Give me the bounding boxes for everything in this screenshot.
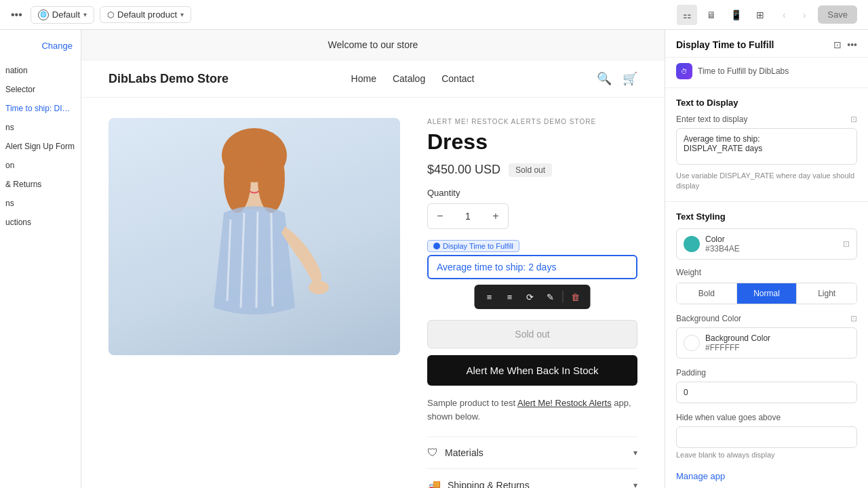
store-banner: Welcome to our store: [81, 30, 665, 60]
default-dropdown[interactable]: 🌐 Default ▾: [31, 6, 94, 24]
sidebar-item-time-to-ship[interactable]: Time to ship: DISPL...: [0, 100, 81, 117]
qty-plus-btn[interactable]: +: [484, 204, 508, 228]
nav-link-catalog[interactable]: Catalog: [393, 73, 425, 84]
toolbar-delete-btn[interactable]: 🗑: [566, 287, 585, 306]
bg-color-row[interactable]: Background Color #FFFFFF: [676, 327, 857, 359]
fulfill-widget-wrapper: Display Time to Fulfill Average time to …: [427, 240, 637, 279]
text-to-display-section: Text to Display Enter text to display ⊡ …: [665, 88, 868, 202]
color-row-left: Color #33B4AE: [684, 235, 740, 253]
text-styling-section: Text Styling Color #33B4AE ⊡ Weight Bo: [665, 202, 868, 488]
padding-input[interactable]: [676, 382, 857, 403]
padding-label: Padding: [676, 368, 857, 378]
back-arrow: ‹: [774, 5, 793, 24]
color-row[interactable]: Color #33B4AE ⊡: [676, 228, 857, 260]
toolbar-icon-btn-1[interactable]: ⚏: [677, 5, 697, 25]
color-info: Color #33B4AE: [705, 235, 740, 253]
toolbar-divider: [563, 291, 564, 303]
fulfill-text: Average time to ship: 2 days: [437, 262, 556, 272]
hide-label: Hide when value goes above: [676, 413, 857, 422]
accordion-shipping[interactable]: 🚚 Shipping & Returns ▾: [427, 469, 637, 488]
bg-color-label-row: Background Color ⊡: [676, 314, 857, 323]
sidebar-item-nation[interactable]: nation: [0, 62, 81, 79]
content-icon[interactable]: ⊡: [833, 39, 842, 50]
nav-link-contact[interactable]: Contact: [441, 73, 474, 84]
svg-point-8: [309, 281, 329, 294]
right-panel: Display Time to Fulfill ⊡ ••• ⏱ Time to …: [665, 30, 868, 488]
bg-color-value: #FFFFFF: [705, 343, 850, 352]
store-nav: DibLabs Demo Store Home Catalog Contact …: [81, 60, 665, 98]
bg-color-swatch: [684, 335, 700, 351]
sidebar-item-ns2[interactable]: ns: [0, 195, 81, 212]
sold-out-button: Sold out: [427, 320, 637, 348]
fulfill-toolbar: ≡ ≡ ⟳ ✎ 🗑: [475, 285, 591, 309]
sidebar-item-returns[interactable]: & Returns: [0, 176, 81, 193]
accordion-materials[interactable]: 🛡 Materials ▾: [427, 437, 637, 469]
default-product-dropdown[interactable]: ⬡ Default product ▾: [100, 6, 191, 23]
toolbar-icon-btn-4[interactable]: ⊞: [750, 5, 770, 25]
store-nav-links: Home Catalog Contact: [351, 73, 475, 84]
weight-light-btn[interactable]: Light: [797, 283, 856, 304]
more-icon[interactable]: •••: [847, 39, 857, 50]
accordion-shipping-left: 🚚 Shipping & Returns: [427, 479, 530, 488]
sidebar-item-selector[interactable]: Selector: [0, 81, 81, 98]
product-details: ALERT ME! RESTOCK ALERTS DEMO STORE Dres…: [427, 118, 637, 488]
svg-point-2: [224, 145, 251, 213]
padding-section: Padding: [676, 368, 857, 403]
toolbar-icon-btn-3[interactable]: 📱: [726, 5, 746, 25]
svg-point-3: [258, 145, 285, 213]
manage-app-link[interactable]: Manage app: [676, 471, 725, 481]
top-bar-left: ••• 🌐 Default ▾ ⬡ Default product ▾: [11, 6, 191, 24]
chevron-down-icon-2: ▾: [180, 11, 184, 18]
right-panel-header: Display Time to Fulfill ⊡ •••: [665, 30, 868, 58]
bg-color-name: Background Color: [705, 333, 850, 343]
hide-input[interactable]: [676, 426, 857, 448]
cart-icon[interactable]: 🛒: [623, 71, 637, 86]
materials-label: Materials: [445, 447, 484, 458]
save-button[interactable]: Save: [818, 5, 857, 24]
sidebar-item-on[interactable]: on: [0, 157, 81, 174]
fulfill-text-box[interactable]: Average time to ship: 2 days: [427, 255, 637, 279]
svg-line-6: [256, 211, 258, 308]
color-swatch: [684, 236, 700, 252]
right-panel-app-row: ⏱ Time to Fulfill by DibLabs: [665, 58, 868, 88]
sidebar-item-alert-sign-up[interactable]: Alert Sign Up Form: [0, 138, 81, 155]
toolbar-icon-btn-2[interactable]: 🖥: [701, 5, 722, 25]
hide-section: Hide when value goes above Leave blank t…: [676, 413, 857, 459]
toolbar-align-center-btn[interactable]: ≡: [500, 287, 519, 306]
toolbar-align-left-btn[interactable]: ≡: [480, 287, 499, 306]
nav-link-home[interactable]: Home: [351, 73, 376, 84]
bg-color-label: Background Color: [676, 314, 741, 323]
sidebar-item-ns[interactable]: ns: [0, 119, 81, 136]
materials-chevron: ▾: [633, 448, 637, 458]
qty-minus-btn[interactable]: −: [428, 204, 452, 228]
toolbar-repeat-btn[interactable]: ⟳: [521, 287, 540, 306]
text-styling-title: Text Styling: [676, 211, 857, 222]
toolbar-edit-btn[interactable]: ✎: [541, 287, 560, 306]
right-panel-title: Display Time to Fulfill: [676, 39, 774, 50]
nav-arrows: ‹ ›: [774, 5, 814, 24]
dots-icon: •••: [11, 9, 22, 21]
alert-me-link[interactable]: Alert Me! Restock Alerts: [517, 398, 612, 408]
sidebar-items: nation Selector Time to ship: DISPL... n…: [0, 62, 81, 231]
color-value: #33B4AE: [705, 244, 740, 253]
product-title: Dress: [427, 129, 637, 155]
weight-bold-btn[interactable]: Bold: [677, 283, 737, 304]
sample-text: Sample product to test Alert Me! Restock…: [427, 396, 637, 423]
sidebar-item-uctions[interactable]: uctions: [0, 214, 81, 231]
quantity-row: − 1 +: [427, 203, 509, 229]
text-display-input[interactable]: Average time to ship: DISPLAY_RATE days: [676, 128, 857, 165]
default-label: Default: [52, 9, 80, 20]
shipping-chevron: ▾: [633, 481, 637, 489]
color-label: Color: [705, 235, 740, 244]
change-button[interactable]: Change: [0, 37, 81, 55]
text-to-display-title: Text to Display: [676, 98, 857, 108]
search-icon[interactable]: 🔍: [597, 71, 612, 86]
bg-color-info: Background Color #FFFFFF: [705, 333, 850, 352]
alert-me-button[interactable]: Alert Me When Back In Stock: [427, 355, 637, 386]
product-section: ALERT ME! RESTOCK ALERTS DEMO STORE Dres…: [81, 98, 665, 488]
forward-arrow: ›: [795, 5, 814, 24]
weight-normal-btn[interactable]: Normal: [737, 283, 797, 304]
left-sidebar: Change nation Selector Time to ship: DIS…: [0, 30, 81, 488]
top-bar: ••• 🌐 Default ▾ ⬡ Default product ▾ ⚏ 🖥 …: [0, 0, 868, 30]
qty-value: 1: [452, 211, 484, 222]
